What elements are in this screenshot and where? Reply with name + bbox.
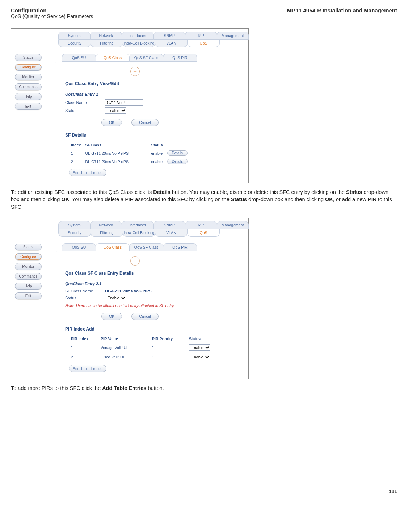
side-monitor[interactable]: Monitor [15, 263, 42, 270]
tab-management[interactable]: Management [217, 221, 249, 229]
cancel-button[interactable]: Cancel [131, 119, 159, 126]
value-sfname: UL-G711 20ms VoIP rtPS [105, 289, 152, 293]
select-pir-status[interactable]: Enable [189, 344, 210, 351]
label-classname: Class Name [65, 100, 105, 105]
cancel-button[interactable]: Cancel [131, 313, 159, 320]
sub-tabs-row: Security Filtering Intra-Cell Blocking V… [58, 40, 248, 47]
tab-interfaces[interactable]: Interfaces [122, 221, 154, 229]
input-classname[interactable] [105, 99, 143, 106]
side-status[interactable]: Status [15, 244, 42, 250]
tab-intracell[interactable]: Intra-Cell Blocking [123, 229, 155, 237]
side-commands[interactable]: Commands [15, 83, 42, 90]
tab-qos[interactable]: QoS [187, 229, 220, 237]
tab-snmp[interactable]: SNMP [153, 32, 186, 40]
cell-value: Vonage VoIP UL [101, 343, 151, 352]
ok-cancel-row: OK Cancel [101, 313, 241, 320]
side-help[interactable]: Help [15, 283, 42, 290]
entry-heading: QosClass Entry 2.1 [65, 282, 241, 286]
select-pir-status[interactable]: Enable [189, 354, 210, 360]
tab-rip[interactable]: RIP [185, 32, 217, 40]
tab-filtering[interactable]: Filtering [91, 40, 123, 47]
cell-index: 2 [71, 353, 100, 361]
label-sfname: SF Class Name [65, 289, 105, 293]
tab-filtering[interactable]: Filtering [91, 229, 123, 237]
note-text: Note: There has to be atleast one PIR en… [65, 303, 241, 308]
paragraph-2: To add more PIRs to this SFC click the A… [11, 385, 397, 392]
tab-snmp[interactable]: SNMP [153, 221, 186, 229]
cell-index: 1 [71, 343, 100, 352]
cell-sfclass: DL-G711 20ms VoIP rtPS [85, 158, 150, 165]
side-configure[interactable]: Configure [15, 64, 42, 71]
tab-vlan[interactable]: VLAN [155, 229, 188, 237]
th-pirstatus: Status [189, 336, 214, 342]
itab-qosclass[interactable]: QoS Class [96, 54, 130, 62]
panel-sf-details: ← Qos Class SF Class Entry Details QosCl… [55, 251, 248, 379]
tab-network[interactable]: Network [90, 32, 122, 40]
page-header: Configuration QoS (Quality of Service) P… [11, 7, 397, 21]
back-arrow-icon[interactable]: ← [130, 67, 140, 76]
table-row: 2 Cisco VoIP UL 1 Enable [71, 353, 214, 361]
main-tabs-row: System Network Interfaces SNMP RIP Manag… [58, 218, 248, 229]
itab-qosclass[interactable]: QoS Class [96, 243, 130, 251]
table-row: 1 Vonage VoIP UL 1 Enable [71, 343, 214, 352]
cell-index: 1 [71, 149, 84, 157]
itab-qospir[interactable]: QoS PIR [163, 243, 197, 251]
th-index: Index [71, 142, 84, 149]
header-right: MP.11 4954-R Installation and Management [287, 7, 397, 19]
side-exit[interactable]: Exit [15, 103, 42, 110]
cell-priority: 1 [152, 343, 188, 352]
sf-table: Index SF Class Status 1 UL-G711 20ms VoI… [70, 141, 192, 166]
side-commands[interactable]: Commands [15, 273, 42, 280]
side-help[interactable]: Help [15, 93, 42, 100]
ok-button[interactable]: OK [101, 313, 122, 320]
tab-management[interactable]: Management [217, 32, 249, 40]
side-status[interactable]: Status [15, 54, 42, 61]
add-table-entries-button[interactable]: Add Table Entries [69, 169, 106, 176]
tab-vlan[interactable]: VLAN [155, 40, 188, 47]
itab-qospir[interactable]: QoS PIR [163, 54, 197, 62]
screenshot-qos-class-edit: System Network Interfaces SNMP RIP Manag… [11, 28, 249, 183]
screenshot-sf-class-details: System Network Interfaces SNMP RIP Manag… [11, 218, 249, 379]
cell-priority: 1 [152, 353, 188, 361]
page-number: 111 [389, 489, 397, 494]
tab-network[interactable]: Network [90, 221, 122, 229]
th-pirpriority: PIR Priority [152, 336, 188, 342]
cell-status: enable [151, 158, 166, 165]
entry-heading: QosClass Entry 2 [65, 92, 241, 96]
add-table-entries-button[interactable]: Add Table Entries [69, 365, 106, 372]
tab-security[interactable]: Security [58, 229, 91, 237]
tab-interfaces[interactable]: Interfaces [122, 32, 154, 40]
select-status[interactable]: Enable [105, 107, 126, 114]
itab-qossfclass[interactable]: QoS SF Class [129, 243, 163, 251]
tab-intracell[interactable]: Intra-Cell Blocking [123, 40, 155, 47]
row-classname: Class Name [65, 99, 241, 106]
side-exit[interactable]: Exit [15, 292, 42, 299]
tab-security[interactable]: Security [58, 40, 91, 47]
header-subtitle: QoS (Quality of Service) Parameters [11, 13, 93, 19]
sub-tabs-row: Security Filtering Intra-Cell Blocking V… [58, 229, 248, 237]
row-status: Status Enable [65, 295, 241, 301]
ok-button[interactable]: OK [101, 119, 122, 126]
itab-qossu[interactable]: QoS SU [62, 243, 96, 251]
cell-sfclass: UL-G711 20ms VoIP rtPS [85, 149, 150, 157]
pir-table: PIR Index PIR Value PIR Priority Status … [70, 335, 215, 362]
select-status[interactable]: Enable [105, 295, 126, 301]
side-configure[interactable]: Configure [15, 253, 42, 260]
details-button[interactable]: Details [167, 159, 188, 164]
itab-qossfclass[interactable]: QoS SF Class [129, 54, 163, 62]
details-button[interactable]: Details [167, 150, 188, 156]
tab-system[interactable]: System [58, 32, 91, 40]
table-header-row: PIR Index PIR Value PIR Priority Status [71, 336, 214, 342]
panel-title: Qos Class Entry View/Edit [65, 81, 241, 86]
itab-qossu[interactable]: QoS SU [62, 54, 96, 62]
paragraph-1: To edit an existing SFC associated to th… [11, 188, 397, 211]
tab-system[interactable]: System [58, 221, 91, 229]
side-monitor[interactable]: Monitor [15, 74, 42, 80]
inner-tabs: QoS SU QoS Class QoS SF Class QoS PIR [62, 54, 248, 62]
pir-title: PIR Index Add [65, 327, 241, 332]
back-arrow-icon[interactable]: ← [130, 256, 140, 266]
tab-rip[interactable]: RIP [185, 221, 217, 229]
side-nav: Status Configure Monitor Commands Help E… [15, 54, 42, 110]
table-row: 1 UL-G711 20ms VoIP rtPS enable Details [71, 149, 191, 157]
tab-qos[interactable]: QoS [187, 40, 220, 47]
